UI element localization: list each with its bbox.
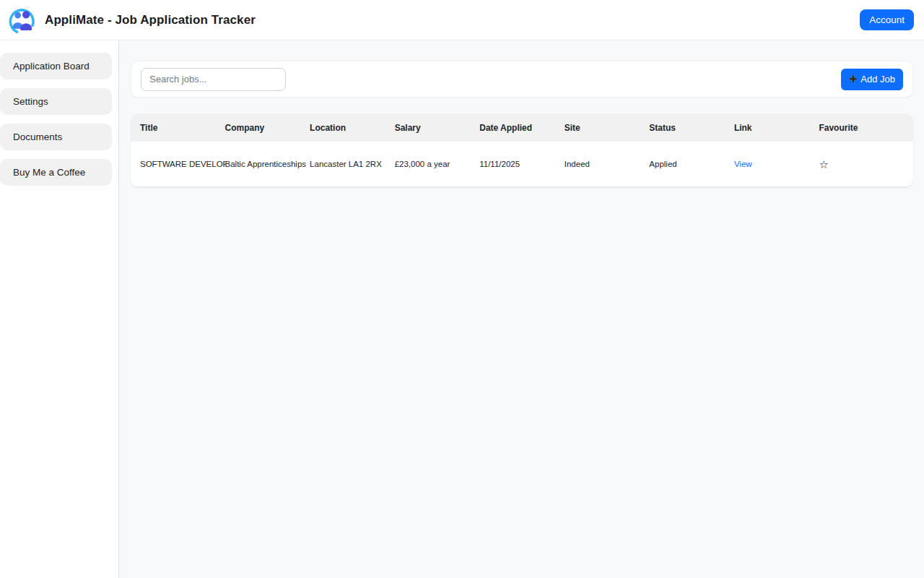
- main-content: ✚ Add Job Title Company Location Salary …: [119, 40, 924, 578]
- sidebar-item-settings[interactable]: Settings: [0, 88, 112, 115]
- column-header-link: Link: [734, 123, 819, 133]
- cell-location: Lancaster LA1 2RX: [310, 160, 395, 168]
- column-header-salary: Salary: [395, 123, 480, 133]
- sidebar-item-buy-me-a-coffee[interactable]: Buy Me a Coffee: [0, 159, 112, 186]
- app-header: AppliMate - Job Application Tracker Acco…: [0, 0, 924, 40]
- table-header-row: Title Company Location Salary Date Appli…: [131, 113, 913, 142]
- column-header-status: Status: [649, 123, 734, 133]
- cell-company: Baltic Apprenticeships: [225, 160, 310, 168]
- view-link[interactable]: View: [734, 160, 752, 168]
- sidebar-item-documents[interactable]: Documents: [0, 124, 112, 150]
- app-logo-icon: [7, 4, 38, 38]
- plus-icon: ✚: [849, 74, 857, 84]
- sidebar: Application Board Settings Documents Buy…: [0, 40, 119, 578]
- table-row: SOFTWARE DEVELOPMEN... Baltic Apprentice…: [131, 142, 913, 186]
- add-job-button[interactable]: ✚ Add Job: [841, 69, 903, 90]
- page-title: AppliMate - Job Application Tracker: [45, 13, 256, 27]
- cell-favourite: ☆: [819, 159, 904, 170]
- layout: Application Board Settings Documents Buy…: [0, 40, 924, 578]
- column-header-date-applied: Date Applied: [479, 123, 565, 133]
- column-header-company: Company: [225, 123, 310, 133]
- column-header-title: Title: [140, 123, 225, 133]
- cell-site: Indeed: [565, 160, 650, 168]
- cell-title: SOFTWARE DEVELOPMEN...: [140, 160, 225, 168]
- favourite-star-icon[interactable]: ☆: [819, 159, 828, 170]
- cell-status: Applied: [649, 160, 734, 168]
- account-button[interactable]: Account: [860, 9, 914, 30]
- toolbar: ✚ Add Job: [131, 61, 913, 98]
- app-root: AppliMate - Job Application Tracker Acco…: [0, 0, 924, 578]
- cell-salary: £23,000 a year: [395, 160, 480, 168]
- sidebar-item-application-board[interactable]: Application Board: [0, 53, 112, 79]
- cell-link: View: [734, 160, 819, 168]
- column-header-location: Location: [310, 123, 395, 133]
- jobs-table: Title Company Location Salary Date Appli…: [131, 113, 913, 186]
- column-header-site: Site: [565, 123, 650, 133]
- column-header-favourite: Favourite: [819, 123, 904, 133]
- cell-date-applied: 11/11/2025: [479, 160, 565, 168]
- add-job-label: Add Job: [860, 74, 895, 85]
- search-input[interactable]: [141, 68, 286, 91]
